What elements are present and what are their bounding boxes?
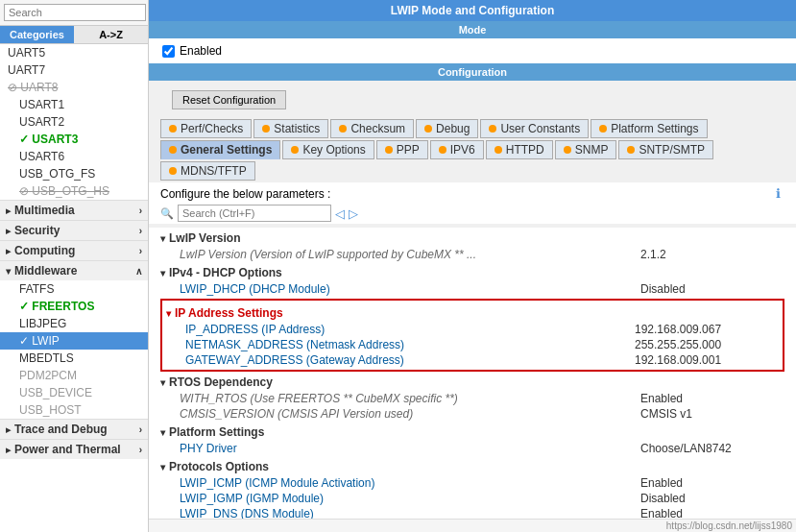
chevron-right-icon: › — [139, 424, 142, 435]
tab-label: Checksum — [350, 122, 405, 135]
sidebar-item-usb-host[interactable]: USB_HOST — [0, 401, 148, 419]
param-group-protocols[interactable]: ▾ Protocols Options — [160, 458, 784, 475]
tab-platform-settings[interactable]: Platform Settings — [591, 119, 707, 138]
param-name: LWIP_IGMP (IGMP Module) — [180, 492, 640, 505]
collapse-icon: ▾ — [160, 462, 165, 472]
group-label: LwIP Version — [169, 231, 240, 245]
sidebar-section-trace[interactable]: Trace and Debug › — [0, 419, 148, 439]
sidebar-section-security[interactable]: Security › — [0, 220, 148, 240]
param-group-ip-address: ▾ IP Address Settings IP_ADDRESS (IP Add… — [160, 299, 784, 372]
collapse-icon: ▾ — [160, 427, 165, 438]
tab-dot — [385, 146, 393, 154]
tab-user-constants[interactable]: User Constants — [480, 119, 589, 138]
tab-dot — [439, 146, 446, 154]
param-value: Enabled — [640, 507, 784, 519]
reset-config-button[interactable]: Reset Configuration — [172, 90, 286, 109]
tab-ipv6[interactable]: IPV6 — [430, 140, 484, 159]
tab-label: MDNS/TFTP — [181, 164, 247, 178]
tab-key-options[interactable]: Key Options — [282, 140, 374, 159]
tab-checksum[interactable]: Checksum — [330, 119, 414, 138]
sidebar-section-trace-label: Trace and Debug — [14, 423, 108, 436]
sidebar-item-usart2[interactable]: USART2 — [0, 113, 148, 131]
tab-dot — [339, 125, 347, 133]
sidebar-item-uart5[interactable]: UART5 — [0, 44, 148, 61]
sidebar-section-multimedia[interactable]: Multimedia › — [0, 200, 148, 220]
tab-snmp[interactable]: SNMP — [555, 140, 617, 159]
search-icon: 🔍 — [160, 207, 174, 220]
sidebar-item-freertos[interactable]: ✓ FREERTOS — [0, 298, 148, 315]
info-icon[interactable]: ℹ — [776, 186, 781, 201]
tab-categories[interactable]: Categories — [0, 26, 74, 43]
sidebar-item-uart8[interactable]: ⊘ UART8 — [0, 79, 148, 96]
tab-perf-checks[interactable]: Perf/Checks — [160, 119, 252, 138]
param-group-lwip-version[interactable]: ▾ LwIP Version — [160, 230, 784, 247]
sidebar-section-power[interactable]: Power and Thermal › — [0, 439, 148, 459]
sidebar-section-middleware[interactable]: Middleware ∧ — [0, 260, 148, 280]
tab-httpd[interactable]: HTTPD — [486, 140, 553, 159]
sidebar-item-libjpeg[interactable]: LIBJPEG — [0, 315, 148, 332]
sidebar-section-computing[interactable]: Computing › — [0, 240, 148, 260]
param-value: Choose/LAN8742 — [640, 442, 784, 455]
tab-dot — [169, 125, 177, 133]
params-search-input[interactable] — [178, 205, 331, 222]
tab-dot — [262, 125, 270, 133]
enabled-checkbox[interactable] — [162, 45, 175, 58]
forward-icon[interactable]: ▷ — [349, 206, 358, 221]
sidebar-item-usart3[interactable]: ✓ USART3 — [0, 131, 148, 148]
param-group-platform[interactable]: ▾ Platform Settings — [160, 423, 784, 441]
param-value: Disabled — [640, 282, 784, 296]
param-row: LWIP_IGMP (IGMP Module) Disabled — [160, 491, 784, 506]
main-title: LWIP Mode and Configuration — [149, 0, 796, 21]
sidebar-item-usart1[interactable]: USART1 — [0, 96, 148, 113]
tabs-row-1: Perf/Checks Statistics Checksum Debug Us… — [149, 119, 796, 138]
param-value: Enabled — [640, 476, 784, 490]
sidebar-item-lwip[interactable]: ✓ LWIP — [0, 332, 148, 350]
param-row: PHY Driver Choose/LAN8742 — [160, 441, 784, 456]
arrow-icon — [6, 246, 11, 256]
tab-sntp-smtp[interactable]: SNTP/SMTP — [618, 140, 713, 159]
params-search-row: 🔍 ◁ ▷ — [149, 203, 796, 224]
main-panel: LWIP Mode and Configuration Mode Enabled… — [149, 0, 796, 532]
tab-debug[interactable]: Debug — [416, 119, 478, 138]
sidebar-item-uart7[interactable]: UART7 — [0, 61, 148, 79]
param-row: IP_ADDRESS (IP Address) 192.168.009.067 — [166, 322, 779, 337]
sidebar-item-usart6[interactable]: USART6 — [0, 148, 148, 165]
tab-statistics[interactable]: Statistics — [253, 119, 328, 138]
sidebar-search-input[interactable] — [4, 4, 146, 21]
tab-az[interactable]: A->Z — [74, 26, 148, 43]
sidebar-item-pdm2pcm[interactable]: PDM2PCM — [0, 367, 148, 384]
param-row: LWIP_DNS (DNS Module) Enabled — [160, 506, 784, 519]
tab-mdns-tftp[interactable]: MDNS/TFTP — [160, 161, 255, 181]
mode-row: Enabled — [149, 38, 796, 63]
tab-label: PPP — [397, 143, 420, 157]
param-value: Enabled — [640, 392, 784, 405]
param-group-header-ip[interactable]: ▾ IP Address Settings — [166, 304, 779, 322]
param-row: GATEWAY_ADDRESS (Gateway Address) 192.16… — [166, 352, 779, 368]
param-row: WITH_RTOS (Use FREERTOS ** CubeMX specif… — [160, 391, 784, 406]
sidebar-items: UART5 UART7 ⊘ UART8 USART1 USART2 ✓ USAR… — [0, 44, 148, 532]
reset-btn-wrapper: Reset Configuration — [149, 81, 796, 119]
param-value: Disabled — [640, 492, 784, 505]
tab-dot — [627, 146, 635, 154]
collapse-icon: ▾ — [160, 233, 165, 244]
tab-label: Debug — [436, 122, 470, 135]
group-label: Protocols Options — [169, 460, 269, 473]
param-value: 2.1.2 — [640, 248, 784, 261]
back-icon[interactable]: ◁ — [335, 206, 345, 221]
tab-dot — [169, 146, 177, 154]
tab-label: User Constants — [500, 122, 580, 135]
sidebar-item-usb-otg-hs[interactable]: ⊘ USB_OTG_HS — [0, 182, 148, 200]
param-row: LwIP Version (Version of LwIP supported … — [160, 247, 784, 262]
param-group-rtos[interactable]: ▾ RTOS Dependency — [160, 374, 784, 391]
tab-general-settings[interactable]: General Settings — [160, 140, 280, 159]
param-group-dhcp[interactable]: ▾ IPv4 - DHCP Options — [160, 264, 784, 281]
tab-label: IPV6 — [450, 143, 475, 157]
sidebar-item-mbedtls[interactable]: MBEDTLS — [0, 350, 148, 367]
tab-dot — [169, 167, 177, 175]
param-name: IP_ADDRESS (IP Address) — [185, 323, 635, 336]
sidebar-item-usb-device[interactable]: USB_DEVICE — [0, 384, 148, 401]
sidebar-item-fatfs[interactable]: FATFS — [0, 280, 148, 298]
tab-ppp[interactable]: PPP — [376, 140, 428, 159]
tab-label: Perf/Checks — [181, 122, 243, 135]
sidebar-item-usb-otg-fs[interactable]: USB_OTG_FS — [0, 165, 148, 182]
